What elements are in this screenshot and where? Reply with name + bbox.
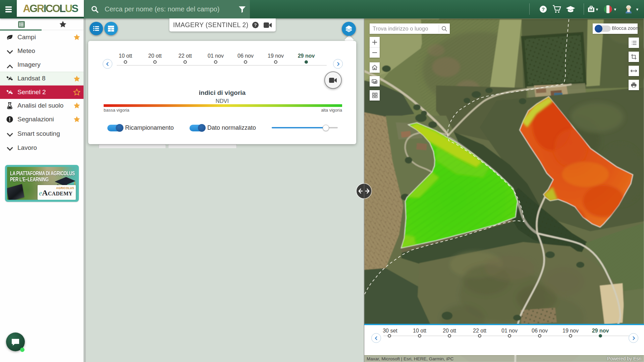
svg-text:?: ?: [541, 6, 544, 12]
svg-text:?: ?: [254, 22, 257, 27]
